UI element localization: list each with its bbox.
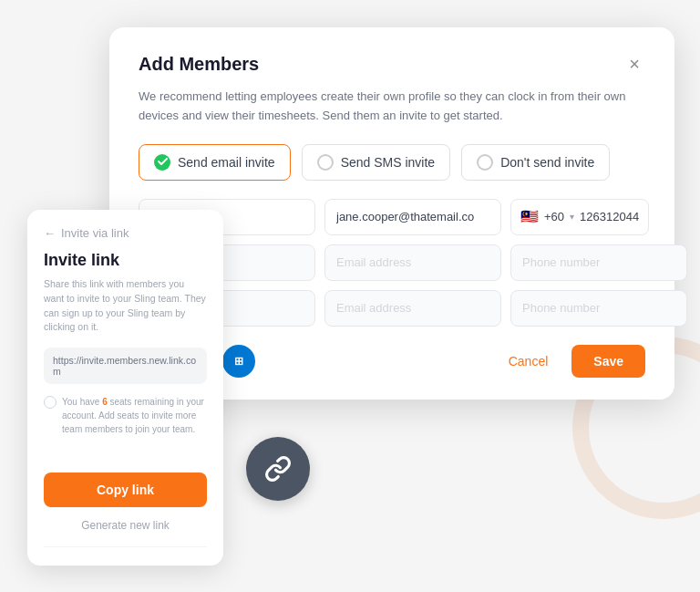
invite-option-none[interactable]: Don't send invite: [461, 144, 610, 181]
phone-input-2[interactable]: [510, 244, 687, 281]
link-url-display: https://invite.members.new.link.com: [44, 348, 207, 384]
invite-option-email-label: Send email invite: [178, 155, 275, 170]
card-description: Share this link with members you want to…: [44, 277, 207, 335]
phone-flag-1: 🇲🇾: [520, 208, 539, 225]
save-button[interactable]: Save: [571, 345, 645, 378]
phone-code-1: +60: [544, 210, 564, 223]
invite-option-sms[interactable]: Send SMS invite: [302, 144, 451, 181]
ms-icon-label: ⊞: [234, 355, 243, 368]
seats-count: 6: [102, 397, 108, 407]
microsoft-import-button[interactable]: ⊞: [222, 345, 255, 378]
invite-option-email[interactable]: Send email invite: [139, 144, 291, 181]
invite-link-float-button[interactable]: [246, 437, 310, 501]
phone-number-1: 126312044: [580, 210, 639, 223]
email-input-3[interactable]: [324, 290, 501, 327]
seats-icon: [44, 396, 57, 409]
modal-title: Add Members: [139, 54, 259, 75]
card-back-label: Invite via link: [61, 226, 129, 240]
phone-input-3[interactable]: [510, 290, 687, 327]
close-button[interactable]: ×: [623, 53, 645, 75]
generate-link-button[interactable]: Generate new link: [44, 519, 207, 532]
delete-row-2-button[interactable]: 🗑: [696, 251, 700, 275]
invite-link-card: ← Invite via link Invite link Share this…: [27, 210, 223, 566]
cancel-button[interactable]: Cancel: [498, 347, 560, 376]
card-divider: [44, 546, 207, 547]
back-button[interactable]: ← Invite via link: [44, 226, 129, 240]
invite-option-sms-label: Send SMS invite: [341, 155, 436, 170]
email-input-1[interactable]: [324, 199, 501, 235]
modal-header: Add Members ×: [139, 53, 645, 75]
phone-field-1: 🇲🇾 +60 ▾ 126312044: [510, 199, 649, 235]
radio-none: [477, 154, 493, 171]
modal-description: We recommend letting employees create th…: [139, 88, 645, 126]
copy-link-button[interactable]: Copy link: [44, 473, 207, 507]
card-title: Invite link: [44, 251, 207, 270]
email-input-2[interactable]: [324, 244, 501, 281]
seats-info: You have 6 seats remaining in your accou…: [44, 395, 207, 436]
delete-row-3-button[interactable]: 🗑: [696, 296, 700, 320]
radio-sms: [317, 154, 334, 171]
seats-text: You have 6 seats remaining in your accou…: [62, 395, 207, 436]
radio-email: [154, 154, 170, 171]
link-icon: [264, 455, 292, 483]
invite-option-none-label: Don't send invite: [500, 155, 594, 170]
invite-options-group: Send email invite Send SMS invite Don't …: [139, 144, 645, 181]
phone-chevron-icon[interactable]: ▾: [570, 212, 574, 222]
back-arrow-icon: ←: [44, 226, 56, 240]
footer-actions: Cancel Save: [498, 345, 645, 378]
